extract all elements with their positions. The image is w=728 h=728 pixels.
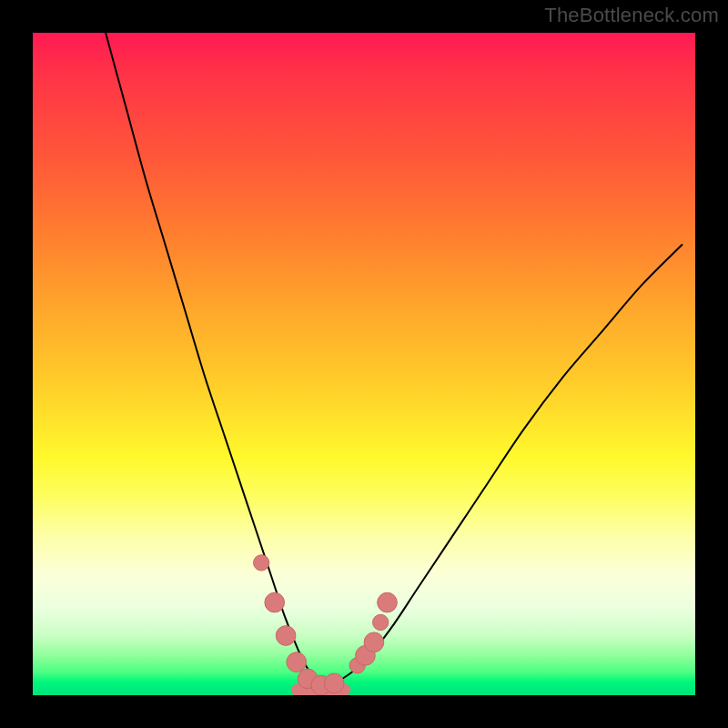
marker-dot bbox=[364, 632, 384, 652]
marker-layer bbox=[254, 555, 398, 695]
marker-dot bbox=[324, 673, 344, 693]
plot-area bbox=[33, 33, 695, 695]
marker-dot bbox=[254, 555, 269, 571]
marker-dot bbox=[276, 626, 296, 646]
bottleneck-curve bbox=[106, 33, 682, 689]
marker-dot bbox=[287, 652, 307, 672]
marker-dot bbox=[265, 592, 285, 612]
chart-frame: TheBottleneck.com bbox=[0, 0, 728, 728]
marker-dot bbox=[378, 592, 398, 612]
curve-layer bbox=[33, 33, 695, 695]
marker-dot bbox=[373, 614, 389, 630]
watermark-text: TheBottleneck.com bbox=[544, 4, 719, 27]
